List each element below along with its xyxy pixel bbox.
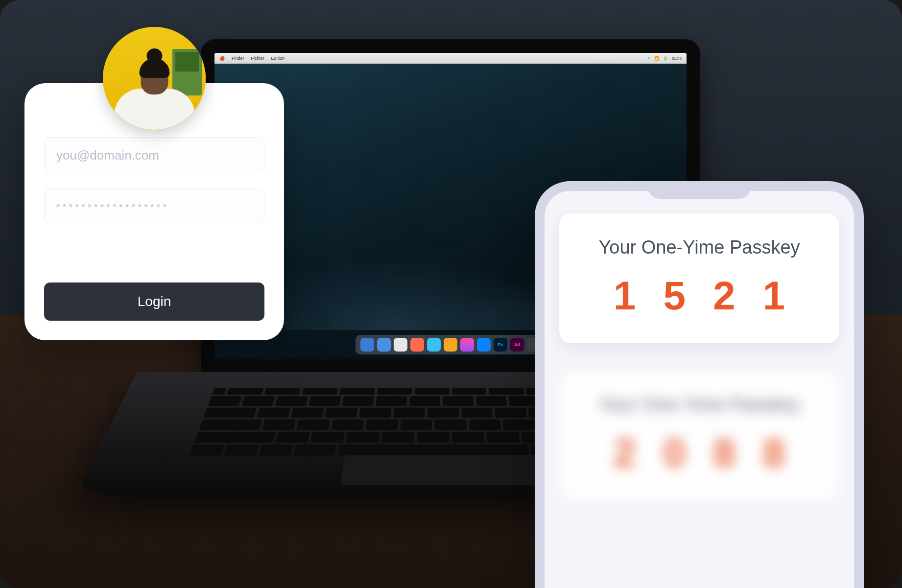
passkey-card-current: Your One-Yime Passkey 1 5 2 1 bbox=[559, 213, 839, 343]
passkey-digit: 0 bbox=[663, 433, 686, 473]
phone-notch bbox=[648, 181, 751, 199]
macos-menubar: 🍎FinderFichierÉdition ⚡︎📶🔋01:55 bbox=[214, 53, 687, 64]
avatar bbox=[103, 27, 206, 130]
passkey-digit: 1 bbox=[614, 276, 636, 316]
passkey-digits: 1 5 2 1 bbox=[579, 276, 820, 316]
passkey-digit: 2 bbox=[614, 433, 636, 473]
macos-dock: Ps Xd bbox=[356, 335, 546, 354]
passkey-digits: 2 0 8 8 bbox=[579, 433, 820, 473]
passkey-digit: 8 bbox=[713, 433, 736, 473]
passkey-title: Your One-Yime Passkey bbox=[579, 237, 820, 258]
login-card: Login bbox=[24, 83, 284, 340]
passkey-digit: 2 bbox=[713, 276, 736, 316]
password-field[interactable] bbox=[44, 188, 264, 224]
passkey-card-previous: Your One-Yime Passkey 2 0 8 8 bbox=[559, 371, 839, 500]
passkey-title: Your One-Yime Passkey bbox=[579, 394, 820, 415]
passkey-digit: 1 bbox=[763, 276, 785, 316]
phone-device: Your One-Yime Passkey 1 5 2 1 Your One-Y… bbox=[535, 181, 864, 588]
passkey-digit: 8 bbox=[763, 433, 785, 473]
login-button[interactable]: Login bbox=[44, 282, 264, 321]
passkey-digit: 5 bbox=[663, 276, 686, 316]
email-field[interactable] bbox=[44, 137, 264, 173]
